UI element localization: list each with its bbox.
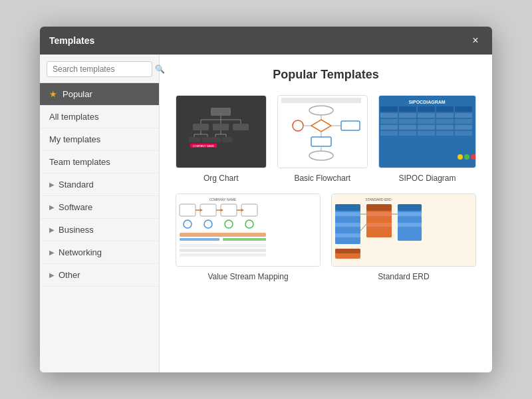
star-icon: ★: [49, 89, 57, 99]
template-thumb-basic-flowchart: [277, 95, 368, 168]
sidebar-nav: ★ Popular All templates My templates Tea…: [40, 83, 159, 372]
main-content: Popular Templates: [160, 55, 492, 372]
sidebar-item-team-templates[interactable]: Team templates: [40, 151, 159, 174]
svg-rect-58: [399, 131, 416, 136]
svg-rect-41: [455, 106, 472, 112]
svg-rect-96: [335, 239, 360, 244]
template-label-erd: Standard ERD: [378, 272, 429, 281]
sidebar-item-other-label: Other: [59, 270, 80, 280]
template-card-sipoc[interactable]: SIPOCDIAGRAM: [378, 95, 476, 183]
search-input-wrap[interactable]: 🔍: [47, 61, 152, 77]
section-title: Popular Templates: [176, 68, 476, 82]
chevron-right-icon: ▶: [49, 181, 55, 188]
sidebar-item-team-label: Team templates: [49, 157, 110, 167]
svg-rect-47: [380, 119, 398, 124]
templates-dialog: Templates × 🔍 ★ Popular All templates: [40, 27, 492, 372]
svg-rect-100: [366, 217, 392, 221]
svg-text:COMPANY NAME: COMPANY NAME: [209, 198, 237, 201]
svg-rect-84: [180, 244, 266, 247]
svg-rect-49: [418, 119, 435, 124]
svg-rect-56: [455, 125, 472, 130]
svg-rect-82: [180, 238, 219, 241]
search-input[interactable]: [53, 65, 152, 74]
svg-rect-108: [398, 223, 422, 227]
vsm-preview: COMPANY NAME: [176, 194, 320, 266]
svg-rect-98: [366, 204, 392, 211]
svg-rect-44: [418, 113, 435, 118]
sidebar-item-networking[interactable]: ▶ Networking: [40, 241, 159, 264]
sidebar-item-business[interactable]: ▶ Business: [40, 219, 159, 241]
svg-rect-81: [180, 233, 266, 237]
chevron-right-icon: ▶: [49, 203, 55, 211]
svg-rect-99: [366, 212, 392, 216]
svg-rect-86: [180, 253, 266, 257]
chevron-right-icon: ▶: [49, 249, 55, 256]
svg-rect-13: [189, 137, 201, 142]
svg-rect-20: [222, 137, 233, 142]
svg-rect-46: [455, 113, 472, 118]
template-card-org-chart[interactable]: COMPANY NAME Org Chart: [176, 95, 267, 183]
svg-rect-61: [455, 131, 472, 136]
svg-rect-101: [366, 223, 392, 227]
svg-rect-115: [335, 249, 360, 253]
svg-rect-90: [335, 204, 360, 211]
template-thumb-sipoc: SIPOCDIAGRAM: [378, 95, 476, 168]
search-box: 🔍: [40, 55, 159, 83]
svg-rect-37: [380, 106, 398, 112]
svg-rect-102: [366, 228, 392, 232]
close-button[interactable]: ×: [468, 33, 483, 48]
svg-rect-107: [398, 217, 422, 221]
erd-preview: STANDARD ERD: [332, 194, 475, 266]
sidebar: 🔍 ★ Popular All templates My templates: [40, 55, 160, 372]
template-label-basic-flowchart: Basic Flowchart: [294, 174, 350, 183]
svg-rect-60: [436, 131, 454, 136]
sidebar-item-other[interactable]: ▶ Other: [40, 264, 159, 287]
sidebar-item-my-templates[interactable]: My templates: [40, 128, 159, 151]
chevron-right-icon: ▶: [49, 226, 55, 233]
svg-rect-92: [335, 217, 360, 221]
sidebar-item-networking-label: Networking: [59, 247, 102, 257]
template-card-erd[interactable]: STANDARD ERD: [331, 194, 476, 281]
svg-rect-51: [455, 119, 472, 124]
template-label-org-chart: Org Chart: [203, 174, 239, 183]
chevron-right-icon: ▶: [49, 271, 55, 279]
svg-text:COMPANY NAME: COMPANY NAME: [193, 144, 215, 148]
svg-rect-109: [398, 228, 422, 232]
svg-rect-105: [398, 204, 422, 211]
template-thumb-vsm: COMPANY NAME: [176, 194, 321, 267]
sidebar-item-software[interactable]: ▶ Software: [40, 196, 159, 219]
svg-rect-110: [398, 233, 422, 241]
sidebar-item-standard[interactable]: ▶ Standard: [40, 174, 159, 196]
svg-point-63: [464, 154, 469, 160]
svg-rect-94: [335, 228, 360, 232]
svg-marker-26: [311, 120, 331, 132]
svg-rect-23: [281, 98, 361, 103]
svg-point-32: [309, 151, 333, 160]
svg-rect-52: [380, 125, 398, 130]
svg-rect-6: [193, 124, 209, 130]
svg-rect-53: [399, 125, 416, 130]
svg-rect-85: [180, 249, 266, 252]
svg-rect-95: [335, 233, 360, 237]
sidebar-item-business-label: Business: [59, 225, 94, 235]
svg-rect-106: [398, 212, 422, 216]
template-card-vsm[interactable]: COMPANY NAME: [176, 194, 321, 281]
org-chart-preview: COMPANY NAME: [176, 96, 266, 168]
svg-text:SIPOCDIAGRAM: SIPOCDIAGRAM: [408, 100, 445, 104]
svg-rect-50: [436, 119, 454, 124]
template-card-basic-flowchart[interactable]: Basic Flowchart: [277, 95, 368, 183]
svg-rect-59: [418, 131, 435, 136]
svg-rect-91: [335, 212, 360, 216]
flowchart-preview: [278, 96, 368, 168]
svg-rect-7: [213, 124, 229, 130]
svg-rect-57: [380, 131, 398, 136]
template-label-sipoc: SIPOC Diagram: [398, 174, 456, 183]
svg-rect-39: [418, 106, 435, 112]
templates-row-2: COMPANY NAME: [176, 194, 476, 281]
svg-rect-83: [223, 238, 266, 241]
svg-rect-54: [418, 125, 435, 130]
sidebar-item-all-label: All templates: [49, 112, 98, 122]
sidebar-item-popular[interactable]: ★ Popular: [40, 83, 159, 106]
sidebar-item-all-templates[interactable]: All templates: [40, 106, 159, 128]
dialog-body: 🔍 ★ Popular All templates My templates: [40, 55, 492, 372]
